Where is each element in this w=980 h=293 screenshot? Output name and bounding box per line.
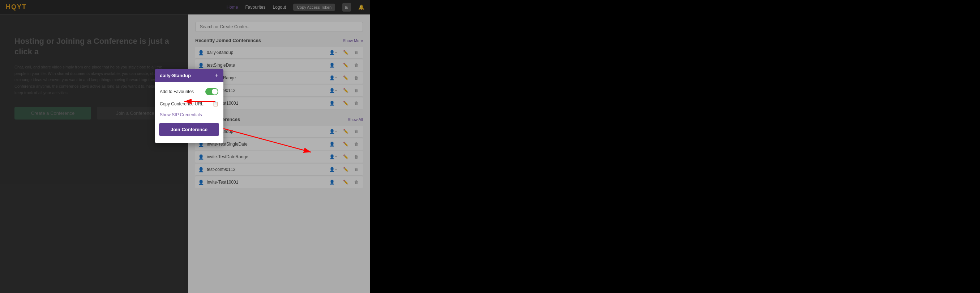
toggle-track (205, 88, 218, 95)
popup-body: Add to Favourites Copy Conference URL 📋 … (155, 82, 223, 143)
popup-close-button[interactable]: + (215, 72, 218, 78)
favourites-toggle[interactable] (205, 88, 218, 95)
popup-overlay (0, 0, 370, 293)
add-to-favourites-item[interactable]: Add to Favourites (155, 85, 223, 98)
add-to-favourites-label: Add to Favourites (160, 89, 194, 94)
show-sip-item[interactable]: Show SIP Credentials (155, 109, 223, 120)
popup-join-button[interactable]: Join Conference (159, 123, 219, 136)
app-area: HQYT Home Favourites Logout Copy Access … (0, 0, 370, 293)
context-popup: daily-Standup + Add to Favourites Copy C… (155, 69, 223, 143)
dark-right-area (370, 0, 980, 293)
popup-header: daily-Standup + (155, 69, 223, 82)
show-sip-label: Show SIP Credentials (160, 112, 202, 117)
copy-conference-url-item[interactable]: Copy Conference URL 📋 (155, 98, 223, 109)
toggle-thumb (212, 89, 218, 94)
copy-icon: 📋 (213, 101, 218, 106)
popup-title: daily-Standup (160, 73, 191, 78)
copy-conference-url-label: Copy Conference URL (160, 101, 204, 106)
